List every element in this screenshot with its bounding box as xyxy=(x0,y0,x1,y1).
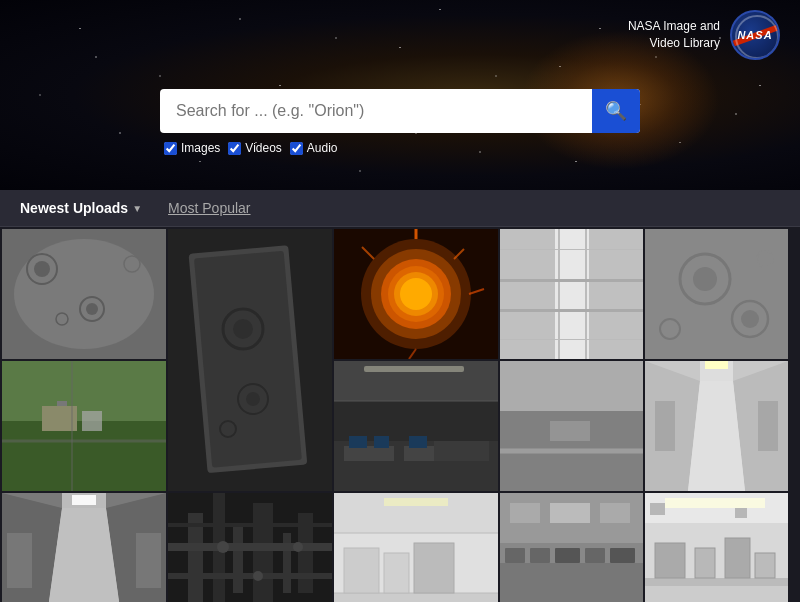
search-input[interactable] xyxy=(160,102,592,120)
image-machinery-dark xyxy=(168,493,332,602)
grid-item-8[interactable] xyxy=(500,361,643,491)
svg-rect-81 xyxy=(758,401,778,451)
svg-rect-118 xyxy=(530,548,550,563)
svg-rect-95 xyxy=(233,523,243,593)
image-aerial-green xyxy=(2,361,166,491)
nasa-title-text: NASA Image and Video Library xyxy=(628,18,720,52)
chevron-down-icon: ▼ xyxy=(132,203,142,214)
grid-item-7[interactable] xyxy=(334,361,498,491)
nasa-logo-label: NASA xyxy=(737,29,772,41)
svg-rect-133 xyxy=(695,548,715,578)
image-hallway-bright xyxy=(645,361,788,491)
grid-item-6[interactable] xyxy=(2,361,166,491)
svg-point-24 xyxy=(400,278,432,310)
svg-point-103 xyxy=(253,571,263,581)
svg-rect-61 xyxy=(374,436,389,448)
grid-item-3[interactable] xyxy=(334,229,498,359)
search-bar: 🔍 xyxy=(160,89,640,133)
svg-rect-131 xyxy=(645,578,788,586)
svg-rect-62 xyxy=(409,436,427,448)
svg-rect-129 xyxy=(665,498,765,508)
svg-rect-60 xyxy=(349,436,367,448)
svg-rect-36 xyxy=(500,249,643,250)
grid-item-4[interactable] xyxy=(500,229,643,359)
svg-rect-135 xyxy=(755,553,775,578)
svg-rect-57 xyxy=(344,446,394,461)
svg-rect-137 xyxy=(735,508,747,518)
svg-point-40 xyxy=(693,267,717,291)
svg-rect-112 xyxy=(414,543,454,593)
tab-newest-uploads[interactable]: Newest Uploads ▼ xyxy=(14,198,148,218)
svg-rect-35 xyxy=(500,309,643,312)
svg-rect-134 xyxy=(725,538,750,578)
image-control-room-panels xyxy=(500,493,643,602)
hero-section: NASA Image and Video Library NASA 🔍 Imag… xyxy=(0,0,800,190)
svg-rect-88 xyxy=(72,495,96,505)
svg-rect-116 xyxy=(500,563,643,602)
svg-rect-80 xyxy=(655,401,675,451)
svg-rect-113 xyxy=(384,498,448,506)
svg-point-104 xyxy=(293,542,303,552)
search-icon: 🔍 xyxy=(605,100,627,122)
filter-images[interactable]: Images xyxy=(164,141,220,155)
grid-item-2[interactable] xyxy=(168,229,332,491)
filter-audio[interactable]: Audio xyxy=(290,141,338,155)
svg-rect-124 xyxy=(600,503,630,523)
svg-rect-91 xyxy=(136,533,161,588)
svg-rect-49 xyxy=(82,411,102,431)
image-corridor-gray xyxy=(2,493,166,602)
svg-rect-59 xyxy=(434,441,489,461)
image-sun-corona xyxy=(334,229,498,359)
tab-popular-label: Most Popular xyxy=(168,200,250,216)
filter-audio-label: Audio xyxy=(307,141,338,155)
videos-checkbox[interactable] xyxy=(228,142,241,155)
grid-item-11[interactable] xyxy=(168,493,332,602)
content-area: Newest Uploads ▼ Most Popular xyxy=(0,190,800,602)
grid-item-13[interactable] xyxy=(500,493,643,602)
svg-rect-99 xyxy=(168,543,332,551)
grid-item-10[interactable] xyxy=(2,493,166,602)
search-button[interactable]: 🔍 xyxy=(592,89,640,133)
svg-rect-119 xyxy=(555,548,580,563)
grid-item-1[interactable] xyxy=(2,229,166,359)
image-bright-lab xyxy=(645,493,788,602)
filter-row: Images Videos Audio xyxy=(160,141,640,155)
nasa-logo[interactable]: NASA xyxy=(730,10,780,60)
svg-rect-90 xyxy=(7,533,32,588)
svg-rect-8 xyxy=(2,229,166,359)
tab-most-popular[interactable]: Most Popular xyxy=(168,200,250,216)
svg-rect-97 xyxy=(283,533,291,593)
nasa-title-line2: Video Library xyxy=(650,36,721,50)
svg-rect-132 xyxy=(655,543,685,578)
svg-rect-38 xyxy=(645,229,788,359)
image-grid xyxy=(0,227,800,602)
svg-rect-121 xyxy=(610,548,635,563)
svg-rect-46 xyxy=(2,421,166,491)
filter-images-label: Images xyxy=(181,141,220,155)
images-checkbox[interactable] xyxy=(164,142,177,155)
search-area: 🔍 Images Videos Audio xyxy=(160,89,640,155)
svg-rect-100 xyxy=(168,573,332,579)
tab-bar: Newest Uploads ▼ Most Popular xyxy=(0,190,800,227)
svg-rect-76 xyxy=(705,361,728,369)
grid-item-5[interactable] xyxy=(645,229,788,359)
svg-rect-120 xyxy=(585,548,605,563)
image-moon-craters xyxy=(2,229,166,359)
grid-item-9[interactable] xyxy=(645,361,788,491)
svg-rect-108 xyxy=(334,593,498,602)
svg-point-42 xyxy=(741,310,759,328)
nasa-title-line1: NASA Image and xyxy=(628,19,720,33)
filter-videos[interactable]: Videos xyxy=(228,141,281,155)
image-control-room-dark xyxy=(334,361,498,491)
image-white-structure xyxy=(500,229,643,359)
grid-item-14[interactable] xyxy=(645,493,788,602)
grid-item-12[interactable] xyxy=(334,493,498,602)
image-aerial-landscape xyxy=(500,361,643,491)
svg-rect-117 xyxy=(505,548,525,563)
svg-rect-64 xyxy=(364,366,464,372)
svg-rect-123 xyxy=(550,503,590,523)
svg-rect-136 xyxy=(650,503,665,515)
image-white-room xyxy=(334,493,498,602)
svg-point-102 xyxy=(217,541,229,553)
audio-checkbox[interactable] xyxy=(290,142,303,155)
